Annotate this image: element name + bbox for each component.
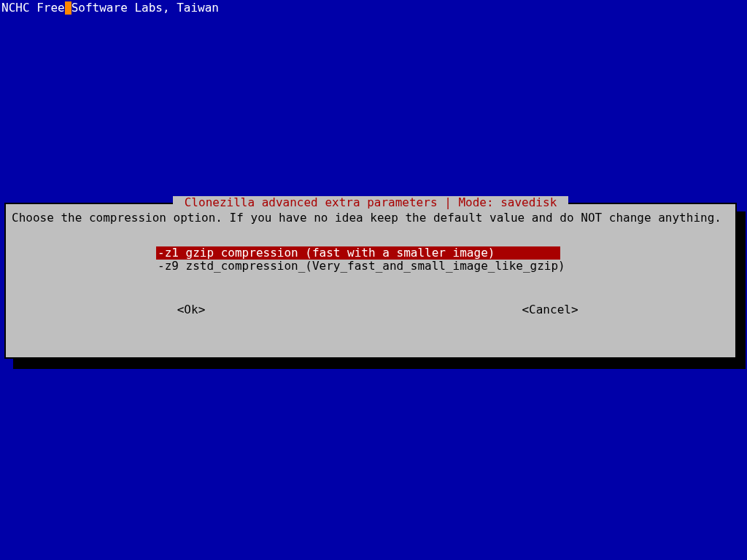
ok-button[interactable]: <Ok> — [177, 303, 206, 316]
option-list: -z1 gzip compression (fast with a smalle… — [12, 246, 729, 273]
terminal-screen: NCHC FreeSoftware Labs, Taiwan Clonezill… — [0, 0, 747, 560]
option-z9[interactable]: -z9 zstd_compression_(Very_fast_and_smal… — [156, 260, 567, 273]
terminal-header: NCHC FreeSoftware Labs, Taiwan — [1, 1, 219, 15]
compression-dialog: Clonezilla advanced extra parameters | M… — [4, 203, 737, 359]
dialog-title: Clonezilla advanced extra parameters | M… — [173, 196, 568, 209]
cancel-button[interactable]: <Cancel> — [522, 303, 578, 316]
cursor-icon — [65, 1, 71, 15]
dialog-prompt: Choose the compression option. If you ha… — [12, 211, 729, 225]
option-z1[interactable]: -z1 gzip compression (fast with a smalle… — [156, 246, 560, 260]
header-text-post: Software Labs, Taiwan — [71, 1, 219, 15]
header-text-pre: NCHC Free — [1, 1, 65, 15]
